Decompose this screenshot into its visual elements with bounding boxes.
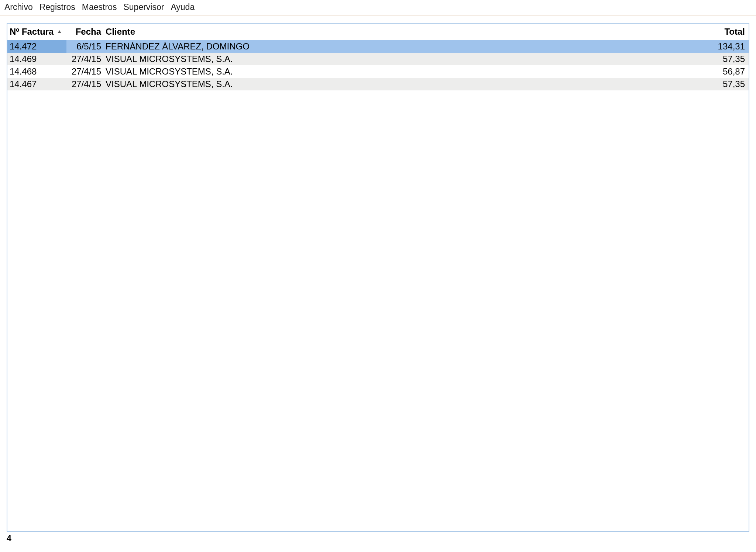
col-header-factura[interactable]: Nº Factura [7, 24, 66, 40]
cell-total: 56,87 [704, 65, 749, 78]
cell-fecha: 27/4/15 [66, 78, 103, 90]
cell-cliente: VISUAL MICROSYSTEMS, S.A. [103, 65, 704, 78]
cell-fecha: 27/4/15 [66, 53, 103, 65]
table-row[interactable]: 14.46727/4/15VISUAL MICROSYSTEMS, S.A.57… [7, 78, 749, 90]
menubar: Archivo Registros Maestros Supervisor Ay… [0, 0, 756, 15]
cell-cliente: VISUAL MICROSYSTEMS, S.A. [103, 78, 704, 90]
cell-factura: 14.469 [7, 53, 66, 65]
cell-cliente: VISUAL MICROSYSTEMS, S.A. [103, 53, 704, 65]
invoice-table: Nº Factura Fecha Cliente Total 14.4726/5… [7, 24, 749, 90]
col-header-cliente[interactable]: Cliente [103, 24, 704, 40]
col-header-fecha-label: Fecha [76, 27, 101, 37]
cell-factura: 14.467 [7, 78, 66, 90]
invoice-table-frame: Nº Factura Fecha Cliente Total 14.4726/5… [7, 23, 749, 532]
cell-fecha: 6/5/15 [66, 40, 103, 53]
cell-total: 57,35 [704, 78, 749, 90]
cell-cliente: FERNÁNDEZ ÁLVAREZ, DOMINGO [103, 40, 704, 53]
table-header-row: Nº Factura Fecha Cliente Total [7, 24, 749, 40]
col-header-fecha[interactable]: Fecha [66, 24, 103, 40]
cell-factura: 14.472 [7, 40, 66, 53]
menu-supervisor[interactable]: Supervisor [123, 2, 164, 12]
table-row[interactable]: 14.46927/4/15VISUAL MICROSYSTEMS, S.A.57… [7, 53, 749, 65]
menu-ayuda[interactable]: Ayuda [171, 2, 195, 12]
menu-archivo[interactable]: Archivo [4, 2, 33, 12]
status-count: 4 [7, 534, 11, 543]
cell-fecha: 27/4/15 [66, 65, 103, 78]
table-row[interactable]: 14.46827/4/15VISUAL MICROSYSTEMS, S.A.56… [7, 65, 749, 78]
status-bar: 4 [0, 532, 756, 546]
menu-registros[interactable]: Registros [39, 2, 75, 12]
col-header-factura-label: Nº Factura [10, 27, 54, 37]
menu-maestros[interactable]: Maestros [82, 2, 117, 12]
table-row[interactable]: 14.4726/5/15FERNÁNDEZ ÁLVAREZ, DOMINGO13… [7, 40, 749, 53]
sort-asc-icon [58, 30, 61, 33]
col-header-total-label: Total [724, 27, 745, 37]
col-header-total[interactable]: Total [704, 24, 749, 40]
cell-total: 57,35 [704, 53, 749, 65]
cell-factura: 14.468 [7, 65, 66, 78]
cell-total: 134,31 [704, 40, 749, 53]
col-header-cliente-label: Cliente [106, 27, 135, 37]
